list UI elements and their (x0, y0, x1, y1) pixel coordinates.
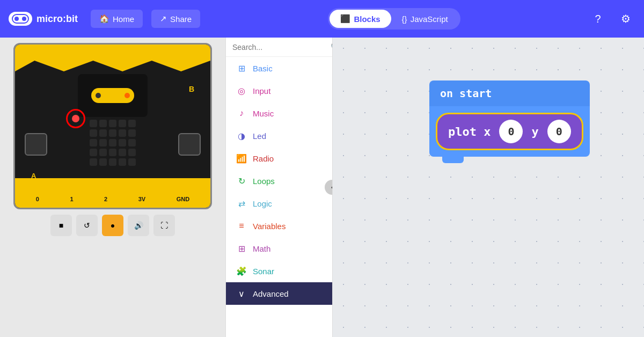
led-2-4 (128, 139, 136, 146)
share-label: Share (170, 14, 192, 24)
led-1-1 (99, 129, 107, 137)
category-led[interactable]: ◑ Led (226, 124, 332, 147)
help-button[interactable]: ? (588, 9, 608, 28)
microbit-device: B (13, 43, 212, 209)
right-button[interactable] (178, 133, 201, 156)
category-loops[interactable]: ↻ Loops (226, 170, 332, 192)
logic-label: Logic (253, 199, 272, 208)
on-start-block[interactable]: on start plot x 0 y 0 (429, 80, 590, 157)
led-4-0 (90, 158, 97, 166)
stop-icon: ■ (59, 221, 63, 230)
microbit-bottom: 0 1 2 3V GND (15, 178, 210, 208)
advanced-label: Advanced (253, 289, 289, 298)
pin-labels: 0 1 2 3V GND (15, 196, 210, 202)
logic-icon: ⇄ (236, 197, 247, 209)
sound-button[interactable]: 🔊 (128, 215, 149, 236)
led-pill (91, 88, 134, 103)
javascript-tab[interactable]: {} JavaScript (391, 10, 459, 28)
code-canvas[interactable]: on start plot x 0 y 0 (333, 38, 644, 337)
advanced-chevron-icon: ∨ (236, 288, 247, 299)
restart-button[interactable]: ↺ (76, 215, 98, 236)
blocks-tab[interactable]: ⬛ Blocks (330, 10, 391, 28)
math-label: Math (253, 244, 270, 253)
led-2-2 (109, 139, 116, 146)
category-advanced[interactable]: ∨ Advanced (226, 282, 332, 305)
math-icon: ⊞ (236, 243, 247, 254)
led-matrix (90, 120, 136, 166)
led-0-3 (119, 120, 126, 127)
settings-button[interactable]: ⚙ (616, 9, 635, 28)
help-icon: ? (595, 13, 601, 25)
category-basic[interactable]: ⊞ Basic (226, 57, 332, 79)
radio-icon: 📶 (236, 152, 247, 164)
led-2-1 (99, 139, 107, 146)
variables-icon: ≡ (236, 220, 247, 232)
led-dot-left (96, 93, 101, 98)
restart-icon: ↺ (84, 221, 90, 230)
sonar-label: Sonar (253, 267, 274, 276)
led-dot-right (125, 93, 130, 98)
category-music[interactable]: ♪ Music (226, 102, 332, 124)
logo-text: micro:bit (36, 13, 78, 25)
run-icon: ● (111, 221, 115, 230)
led-icon: ◑ (236, 130, 247, 142)
y-value-text: 0 (556, 125, 562, 138)
microbit-top-decoration (15, 45, 210, 71)
led-2-0 (90, 139, 97, 146)
led-4-1 (99, 158, 107, 166)
red-inner-dot (72, 115, 79, 122)
left-button[interactable] (25, 133, 47, 156)
home-button[interactable]: 🏠 Home (91, 10, 143, 28)
x-value[interactable]: 0 (499, 120, 523, 143)
pin-0: 0 (36, 196, 39, 202)
led-0-2 (109, 120, 116, 127)
led-4-4 (128, 158, 136, 166)
b-button-label: B (189, 85, 194, 93)
header: micro:bit 🏠 Home ↗ Share ⬛ Blocks {} Jav… (0, 0, 644, 38)
category-sonar[interactable]: 🧩 Sonar (226, 260, 332, 282)
block-notch (442, 156, 464, 163)
home-label: Home (113, 14, 134, 24)
category-radio[interactable]: 📶 Radio (226, 147, 332, 170)
led-0-1 (99, 120, 107, 127)
pin-gnd: GND (177, 196, 189, 202)
sound-icon: 🔊 (134, 221, 143, 230)
category-math[interactable]: ⊞ Math (226, 237, 332, 260)
stop-button[interactable]: ■ (50, 215, 72, 236)
led-1-0 (90, 129, 97, 137)
led-3-4 (128, 149, 136, 156)
microbit-led-display (78, 74, 148, 117)
logo: micro:bit (9, 12, 78, 26)
blocks-label: Blocks (354, 14, 380, 24)
fullscreen-button[interactable]: ⛶ (153, 215, 175, 236)
music-label: Music (253, 109, 274, 118)
loops-label: Loops (253, 177, 275, 186)
plot-x-label: plot x (448, 125, 491, 138)
category-variables[interactable]: ≡ Variables (226, 215, 332, 237)
toolbox-panel: 🔍 ⊞ Basic ◎ Input ♪ Music ◑ Led 📶 Radio … (225, 38, 333, 337)
share-button[interactable]: ↗ Share (151, 10, 200, 28)
x-value-text: 0 (508, 125, 514, 138)
category-input[interactable]: ◎ Input (226, 79, 332, 102)
basic-icon: ⊞ (236, 62, 247, 74)
led-label: Led (253, 131, 266, 141)
main-area: B (0, 38, 644, 337)
search-input[interactable] (232, 43, 326, 52)
music-icon: ♪ (236, 107, 247, 119)
category-logic[interactable]: ⇄ Logic (226, 192, 332, 215)
red-indicator (66, 109, 85, 128)
run-button[interactable]: ● (102, 215, 123, 236)
led-1-2 (109, 129, 116, 137)
input-icon: ◎ (236, 85, 247, 97)
led-1-3 (119, 129, 126, 137)
led-0-0 (90, 120, 97, 127)
led-4-3 (119, 158, 126, 166)
led-4-2 (109, 158, 116, 166)
pin-3v: 3V (138, 196, 145, 202)
sonar-icon: 🧩 (236, 265, 247, 277)
blocks-icon: ⬛ (340, 14, 350, 24)
y-value[interactable]: 0 (547, 120, 571, 143)
plot-block[interactable]: plot x 0 y 0 (436, 113, 583, 150)
basic-label: Basic (253, 64, 273, 73)
share-icon: ↗ (160, 14, 167, 24)
